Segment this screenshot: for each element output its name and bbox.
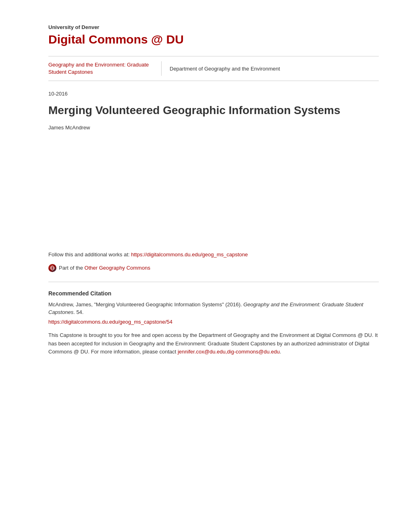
citation-url-link[interactable]: https://digitalcommons.du.edu/geog_ms_ca… xyxy=(48,319,379,325)
capstone-notice: This Capstone is brought to you for free… xyxy=(48,331,379,356)
site-title-link[interactable]: Digital Commons @ DU xyxy=(48,33,184,46)
capstone-notice-period: . xyxy=(280,349,281,355)
document-author: James McAndrew xyxy=(48,125,379,131)
capstone-contact-link[interactable]: jennifer.cox@du.edu,dig-commons@du.edu xyxy=(178,349,280,355)
network-icon xyxy=(48,264,56,272)
document-title: Merging Volunteered Geographic Informati… xyxy=(48,103,379,118)
breadcrumb-bar: Geography and the Environment: Graduate … xyxy=(48,56,379,81)
part-of-link[interactable]: Other Geography Commons xyxy=(85,265,150,271)
part-of-label: Part of the xyxy=(59,265,85,271)
citation-text-before: McAndrew, James, "Merging Volunteered Ge… xyxy=(48,301,243,308)
page-container: University of Denver Digital Commons @ D… xyxy=(0,0,411,532)
breadcrumb-divider xyxy=(161,61,162,76)
part-of-text: Part of the Other Geography Commons xyxy=(59,265,150,271)
follow-link[interactable]: https://digitalcommons.du.edu/geog_ms_ca… xyxy=(131,251,248,258)
recommended-citation-title: Recommended Citation xyxy=(48,290,379,297)
part-of-section: Part of the Other Geography Commons xyxy=(48,264,379,272)
breadcrumb-right: Department of Geography and the Environm… xyxy=(170,61,379,76)
breadcrumb-right-text: Department of Geography and the Environm… xyxy=(170,66,280,72)
follow-section: Follow this and additional works at: htt… xyxy=(48,251,379,258)
follow-text: Follow this and additional works at: htt… xyxy=(48,251,379,258)
citation-text: McAndrew, James, "Merging Volunteered Ge… xyxy=(48,301,379,316)
breadcrumb-left: Geography and the Environment: Graduate … xyxy=(48,61,161,76)
document-date: 10-2016 xyxy=(48,91,379,97)
recommended-citation-section: Recommended Citation McAndrew, James, "M… xyxy=(48,282,379,356)
breadcrumb-left-link[interactable]: Geography and the Environment: Graduate … xyxy=(48,62,149,75)
institution-name: University of Denver xyxy=(48,24,379,30)
citation-text-after: . 54. xyxy=(73,309,83,315)
site-title: Digital Commons @ DU xyxy=(48,33,379,46)
follow-label: Follow this and additional works at: xyxy=(48,251,131,258)
